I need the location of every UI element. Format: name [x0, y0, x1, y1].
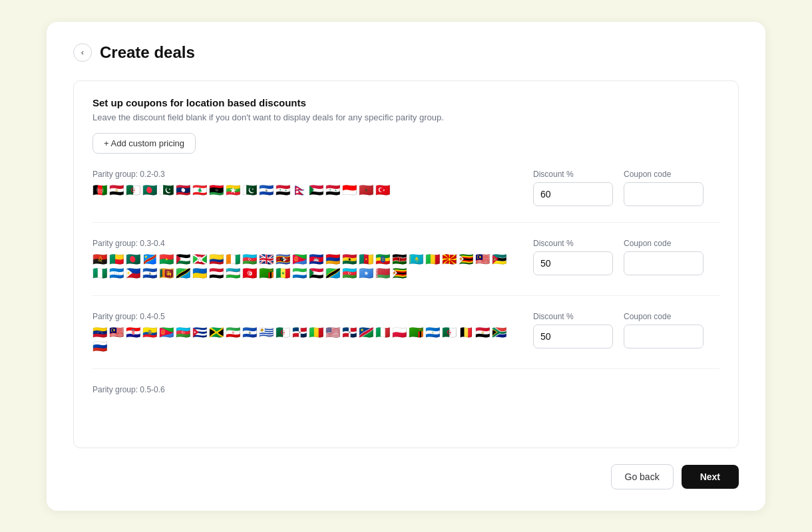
go-back-button[interactable]: Go back	[611, 464, 674, 489]
flag-emoji: 🇸🇱	[292, 267, 307, 279]
parity-flags-section: Parity group: 0.3-0.4🇦🇴🇧🇯🇧🇩🇨🇩🇧🇫🇵🇸🇧🇮🇨🇴🇨🇮🇦…	[93, 239, 520, 279]
flag-emoji: 🇦🇿	[176, 327, 190, 338]
parity-group: Parity group: 0.3-0.4🇦🇴🇧🇯🇧🇩🇨🇩🇧🇫🇵🇸🇧🇮🇨🇴🇨🇮🇦…	[93, 239, 719, 296]
flag-emoji: 🇧🇪	[459, 327, 473, 338]
flag-emoji: 🇬🇭	[342, 253, 357, 265]
flag-emoji: 🇲🇱	[425, 253, 440, 265]
flag-emoji: 🇺🇾	[259, 327, 274, 338]
parity-inputs: Discount %Coupon code	[533, 312, 719, 348]
flag-emoji: 🇩🇴	[342, 327, 357, 338]
coupon-label: Coupon code	[624, 312, 704, 321]
page-header: ‹ Create deals	[73, 43, 739, 62]
discount-input[interactable]	[533, 182, 613, 206]
flag-emoji: 🇲🇦	[359, 184, 373, 196]
coupon-input-group: Coupon code	[624, 170, 704, 206]
parity-flags-section: Parity group: 0.2-0.3🇦🇫🇪🇬🇩🇿🇧🇩🇵🇰🇱🇦🇱🇧🇱🇾🇲🇲🇵…	[93, 170, 520, 196]
flag-emoji: 🇭🇳	[109, 267, 124, 279]
flag-emoji: 🇹🇳	[242, 267, 257, 279]
coupon-label: Coupon code	[624, 170, 704, 179]
flag-emoji: 🇲🇾	[475, 253, 490, 265]
section-subtext: Leave the discount field blank if you do…	[93, 112, 719, 122]
flag-emoji: 🇸🇩	[309, 267, 323, 279]
flag-emoji: 🇳🇬	[93, 267, 107, 279]
flag-emoji: 🇲🇲	[226, 184, 240, 196]
flag-emoji: 🇸🇾	[276, 184, 290, 196]
flag-emoji: 🇮🇹	[375, 327, 390, 338]
flag-emoji: 🇸🇻	[142, 267, 157, 279]
flag-emoji: 🇩🇿	[276, 327, 290, 338]
parity-label: Parity group: 0.2-0.3	[93, 170, 520, 179]
flag-emoji: 🇰🇪	[392, 253, 407, 265]
section-heading: Set up coupons for location based discou…	[93, 97, 719, 108]
back-button[interactable]: ‹	[73, 43, 92, 62]
flag-emoji: 🇸🇾	[325, 184, 340, 196]
footer-actions: Go back Next	[73, 464, 739, 489]
flag-emoji: 🇧🇩	[142, 184, 157, 196]
flag-emoji: 🇦🇲	[325, 253, 340, 265]
flag-emoji: 🇨🇺	[192, 327, 207, 338]
flags-container: 🇦🇴🇧🇯🇧🇩🇨🇩🇧🇫🇵🇸🇧🇮🇨🇴🇨🇮🇦🇿🇬🇧🇸🇿🇪🇷🇰🇭🇦🇲🇬🇭🇨🇲🇪🇹🇰🇪🇰🇿…	[93, 253, 520, 279]
parity-label: Parity group: 0.5-0.6	[93, 385, 520, 394]
discount-input-group: Discount %	[533, 239, 613, 275]
page-title: Create deals	[100, 43, 195, 62]
flag-emoji: 🇺🇦	[192, 267, 207, 279]
flags-container: 🇦🇫🇪🇬🇩🇿🇧🇩🇵🇰🇱🇦🇱🇧🇱🇾🇲🇲🇵🇰🇸🇻🇸🇾🇳🇵🇸🇩🇸🇾🇮🇩🇲🇦🇹🇷	[93, 184, 520, 196]
flag-emoji: 🇦🇿	[342, 267, 357, 279]
flag-emoji: 🇳🇦	[359, 327, 373, 338]
flag-emoji: 🇵🇱	[392, 327, 407, 338]
flag-emoji: 🇰🇭	[309, 253, 323, 265]
flag-emoji: 🇱🇾	[209, 184, 224, 196]
parity-flags-section: Parity group: 0.4-0.5🇻🇪🇲🇾🇭🇷🇪🇨🇪🇷🇦🇿🇨🇺🇯🇲🇮🇷🇸…	[93, 312, 520, 352]
flag-emoji: 🇩🇿	[442, 327, 457, 338]
flag-emoji: 🇺🇸	[325, 327, 340, 338]
flag-emoji: 🇲🇰	[442, 253, 457, 265]
coupon-input-group: Coupon code	[624, 239, 704, 275]
discount-input-group: Discount %	[533, 312, 613, 348]
coupon-input[interactable]	[624, 251, 704, 275]
flag-emoji: 🇪🇹	[375, 253, 390, 265]
flag-emoji: 🇩🇿	[126, 184, 140, 196]
flag-emoji: 🇸🇩	[309, 184, 323, 196]
discount-label: Discount %	[533, 170, 613, 179]
parity-row: Parity group: 0.2-0.3🇦🇫🇪🇬🇩🇿🇧🇩🇵🇰🇱🇦🇱🇧🇱🇾🇲🇲🇵…	[93, 170, 719, 206]
flag-emoji: 🇮🇷	[226, 327, 240, 338]
flags-container: 🇻🇪🇲🇾🇭🇷🇪🇨🇪🇷🇦🇿🇨🇺🇯🇲🇮🇷🇸🇻🇺🇾🇩🇿🇩🇴🇲🇱🇺🇸🇩🇴🇳🇦🇮🇹🇵🇱🇿🇲…	[93, 327, 520, 352]
flag-emoji: 🇭🇷	[126, 327, 140, 338]
coupon-input[interactable]	[624, 325, 704, 348]
flag-emoji: 🇵🇰	[159, 184, 174, 196]
flag-emoji: 🇿🇲	[409, 327, 423, 338]
discount-input[interactable]	[533, 325, 613, 348]
outer-container: ‹ Create deals Set up coupons for locati…	[0, 0, 812, 532]
flag-emoji: 🇵🇸	[176, 253, 190, 265]
flag-emoji: 🇵🇰	[242, 184, 257, 196]
coupon-input[interactable]	[624, 182, 704, 206]
flag-emoji: 🇨🇴	[209, 253, 224, 265]
flag-emoji: 🇺🇿	[226, 267, 240, 279]
flag-emoji: 🇱🇦	[176, 184, 190, 196]
coupon-input-group: Coupon code	[624, 312, 704, 348]
flag-emoji: 🇪🇷	[292, 253, 307, 265]
flag-emoji: 🇨🇲	[359, 253, 373, 265]
flag-emoji: 🇿🇲	[259, 267, 274, 279]
parity-group: Parity group: 0.4-0.5🇻🇪🇲🇾🇭🇷🇪🇨🇪🇷🇦🇿🇨🇺🇯🇲🇮🇷🇸…	[93, 312, 719, 369]
next-button[interactable]: Next	[682, 465, 739, 489]
flag-emoji: 🇸🇿	[276, 253, 290, 265]
flag-emoji: 🇰🇿	[409, 253, 423, 265]
flag-emoji: 🇧🇩	[126, 253, 140, 265]
parity-row: Parity group: 0.4-0.5🇻🇪🇲🇾🇭🇷🇪🇨🇪🇷🇦🇿🇨🇺🇯🇲🇮🇷🇸…	[93, 312, 719, 352]
flag-emoji: 🇿🇼	[392, 267, 407, 279]
flag-emoji: 🇩🇴	[292, 327, 307, 338]
add-custom-pricing-button[interactable]: + Add custom pricing	[93, 133, 196, 154]
flag-emoji: 🇬🇧	[259, 253, 274, 265]
flag-emoji: 🇪🇷	[159, 327, 174, 338]
flag-emoji: 🇹🇷	[375, 184, 390, 196]
discount-input[interactable]	[533, 251, 613, 275]
flag-emoji: 🇾🇪	[209, 267, 224, 279]
flag-emoji: 🇷🇺	[93, 340, 107, 352]
flag-emoji: 🇨🇩	[142, 253, 157, 265]
parity-row: Parity group: 0.3-0.4🇦🇴🇧🇯🇧🇩🇨🇩🇧🇫🇵🇸🇧🇮🇨🇴🇨🇮🇦…	[93, 239, 719, 279]
flag-emoji: 🇯🇲	[209, 327, 224, 338]
flag-emoji: 🇸🇻	[259, 184, 274, 196]
flag-emoji: 🇧🇫	[159, 253, 174, 265]
flag-emoji: 🇦🇴	[93, 253, 107, 265]
